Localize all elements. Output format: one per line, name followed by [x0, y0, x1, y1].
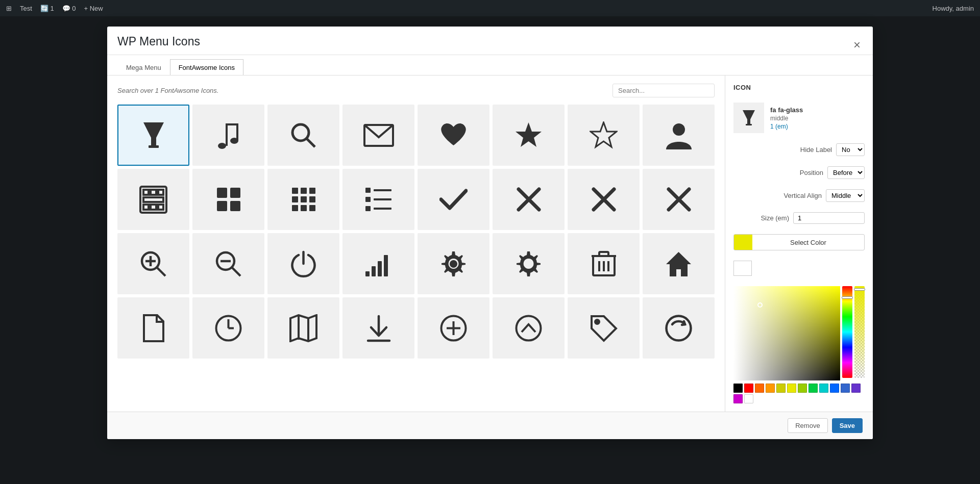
wp-logo[interactable]: ⊞: [6, 5, 12, 12]
admin-bar-left: ⊞ Test 🔄 1 💬 0 + New: [6, 5, 103, 12]
admin-user-label: Howdy, admin: [933, 5, 974, 12]
admin-bar: ⊞ Test 🔄 1 💬 0 + New Howdy, admin: [0, 0, 980, 16]
admin-bar-updates[interactable]: 🔄 1: [40, 5, 54, 12]
admin-bar-site[interactable]: Test: [20, 5, 32, 12]
admin-bar-new[interactable]: + New: [84, 5, 103, 12]
admin-bar-right: Howdy, admin: [933, 5, 974, 12]
admin-bar-comments[interactable]: 💬 0: [62, 5, 76, 12]
